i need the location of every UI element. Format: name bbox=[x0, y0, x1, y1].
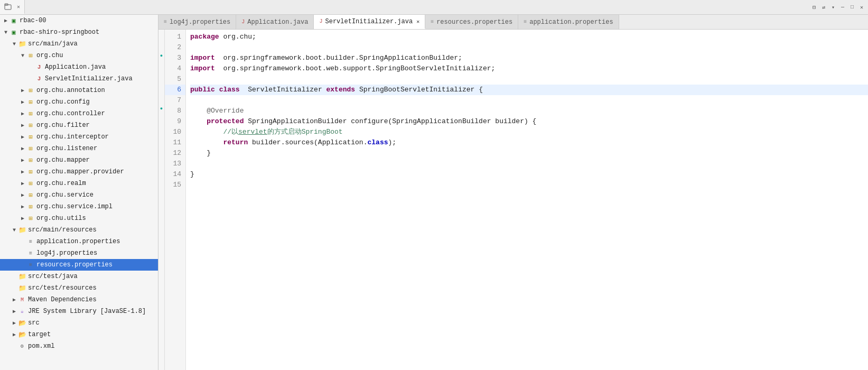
srcfolder-icon: 📁 bbox=[18, 272, 26, 281]
tree-item-orgchucontroller[interactable]: ▶ ⊞ org.chu.controller bbox=[0, 108, 158, 119]
tree-item-orgchuserviceimpl[interactable]: ▶ ⊞ org.chu.service.impl bbox=[0, 201, 158, 212]
view-menu-button[interactable]: ▾ bbox=[829, 3, 837, 12]
tree-item-application[interactable]: J Application.java bbox=[0, 61, 158, 73]
tab-close-button[interactable]: ✕ bbox=[416, 18, 419, 25]
tree-item-label: org.chu.mapper bbox=[36, 156, 90, 164]
tree-item-label: org.chu.realm bbox=[36, 180, 86, 187]
tree-item-resourcesprops[interactable]: ≡ resources.properties bbox=[0, 259, 158, 271]
tab-icon: ≡ bbox=[164, 19, 167, 25]
package-explorer-icon bbox=[4, 3, 12, 11]
minimize-button[interactable]: — bbox=[838, 3, 847, 12]
package-explorer-tree: ▶ ▣ rbac-00 ▼ ▣ rbac-shiro-springboot ▼ … bbox=[0, 15, 158, 370]
line-numbers: 123456789101112131415 bbox=[165, 30, 186, 370]
maven-icon: M bbox=[18, 295, 26, 304]
tree-arrow: ▶ bbox=[19, 99, 26, 105]
tree-item-label: rbac-shiro-springboot bbox=[20, 29, 99, 36]
line-number-14: 14 bbox=[165, 169, 185, 180]
tree-item-mavendeps[interactable]: ▶ M Maven Dependencies bbox=[0, 294, 158, 306]
code-line-14: } bbox=[190, 169, 868, 180]
tree-item-label: org.chu.controller bbox=[36, 110, 105, 117]
tree-item-label: src/main/resources bbox=[28, 226, 97, 234]
package-icon: ⊞ bbox=[26, 214, 35, 223]
tree-item-label: org.chu.listener bbox=[36, 145, 97, 152]
tree-arrow: ▶ bbox=[19, 157, 26, 163]
tree-item-src[interactable]: ▶ 📂 src bbox=[0, 317, 158, 329]
tab-servletinitializer[interactable]: J ServletInitializer.java ✕ bbox=[314, 15, 425, 29]
tree-item-log4jprops[interactable]: ≡ log4j.properties bbox=[0, 247, 158, 259]
tree-item-pomxml[interactable]: ⚙ pom.xml bbox=[0, 340, 158, 352]
tree-item-orgchurealm[interactable]: ▶ ⊞ org.chu.realm bbox=[0, 178, 158, 189]
tree-item-orgchulistener[interactable]: ▶ ⊞ org.chu.listener bbox=[0, 143, 158, 154]
tree-item-orgchufilter[interactable]: ▶ ⊞ org.chu.filter bbox=[0, 119, 158, 131]
srcfolder-icon: 📁 bbox=[18, 284, 26, 292]
tree-item-orgchuutils[interactable]: ▶ ⊞ org.chu.utils bbox=[0, 212, 158, 224]
tree-item-rbac00[interactable]: ▶ ▣ rbac-00 bbox=[0, 15, 158, 26]
tree-item-label: src/test/resources bbox=[28, 284, 97, 292]
properties-icon: ≡ bbox=[26, 237, 35, 246]
tree-item-servletinitializer[interactable]: J ServletInitializer.java bbox=[0, 73, 158, 85]
package-explorer-title: ✕ bbox=[0, 0, 25, 14]
tree-arrow: ▶ bbox=[19, 215, 26, 221]
tree-item-orgchumapperprovider[interactable]: ▶ ⊞ org.chu.mapper.provider bbox=[0, 166, 158, 178]
srcfolder-icon: 📁 bbox=[18, 40, 26, 48]
tab-appprops[interactable]: ≡ application.properties bbox=[518, 15, 619, 29]
properties-icon: ≡ bbox=[26, 261, 35, 269]
tree-item-rbac-shiro[interactable]: ▼ ▣ rbac-shiro-springboot bbox=[0, 26, 158, 38]
tab-resources[interactable]: ≡ resources.properties bbox=[425, 15, 518, 29]
package-icon: ⊞ bbox=[26, 202, 35, 211]
gutter-line-11 bbox=[158, 135, 164, 146]
tree-item-orgchuservice[interactable]: ▶ ⊞ org.chu.service bbox=[0, 189, 158, 201]
tree-item-orgchuconfig[interactable]: ▶ ⊞ org.chu.config bbox=[0, 96, 158, 108]
tree-item-label: Application.java bbox=[45, 63, 106, 71]
maximize-button[interactable]: □ bbox=[848, 3, 856, 12]
tree-item-orgchuinterceptor[interactable]: ▶ ⊞ org.chu.interceptor bbox=[0, 131, 158, 143]
code-line-5 bbox=[190, 74, 868, 85]
collapse-all-button[interactable]: ⊟ bbox=[810, 3, 818, 12]
tree-item-appprops[interactable]: ≡ application.properties bbox=[0, 236, 158, 247]
tree-item-label: src/test/java bbox=[28, 273, 78, 280]
folder-icon: 📂 bbox=[18, 330, 26, 339]
tree-arrow: ▼ bbox=[11, 41, 18, 47]
line-number-12: 12 bbox=[165, 148, 185, 159]
gutter-line-12 bbox=[158, 146, 164, 156]
tree-arrow: ▶ bbox=[2, 17, 10, 24]
gutter-line-7 bbox=[158, 93, 164, 104]
tab-label: Application.java bbox=[247, 18, 308, 26]
tree-item-srctestjava[interactable]: 📁 src/test/java bbox=[0, 271, 158, 282]
code-editor[interactable]: ●● 123456789101112131415 package org.chu… bbox=[158, 30, 868, 370]
package-icon: ⊞ bbox=[26, 133, 35, 141]
tree-item-orgchumapper[interactable]: ▶ ⊞ org.chu.mapper bbox=[0, 154, 158, 166]
link-with-editor-button[interactable]: ⇄ bbox=[819, 3, 828, 12]
tab-application[interactable]: J Application.java bbox=[236, 15, 314, 29]
line-number-2: 2 bbox=[165, 42, 185, 53]
tree-arrow: ▶ bbox=[19, 122, 26, 128]
srcfolder-icon: 📁 bbox=[18, 226, 26, 234]
tree-arrow: ▶ bbox=[19, 169, 26, 175]
tree-item-label: target bbox=[28, 331, 51, 338]
gutter-line-9 bbox=[158, 114, 164, 125]
code-line-13 bbox=[190, 159, 868, 169]
tree-item-orgchuannotation[interactable]: ▶ ⊞ org.chu.annotation bbox=[0, 85, 158, 96]
gutter-line-15 bbox=[158, 178, 164, 188]
line-number-5: 5 bbox=[165, 74, 185, 85]
pom-icon: ⚙ bbox=[18, 342, 26, 350]
line-number-7: 7 bbox=[165, 95, 185, 106]
main-layout: ▶ ▣ rbac-00 ▼ ▣ rbac-shiro-springboot ▼ … bbox=[0, 15, 868, 370]
gutter-line-4 bbox=[158, 61, 164, 72]
tree-item-srctestresources[interactable]: 📁 src/test/resources bbox=[0, 282, 158, 294]
tree-item-target[interactable]: ▶ 📂 target bbox=[0, 329, 158, 340]
panel-title-close: ✕ bbox=[17, 4, 20, 10]
tree-arrow: ▶ bbox=[19, 134, 26, 140]
close-button[interactable]: ✕ bbox=[857, 3, 866, 12]
tab-label: log4j.properties bbox=[170, 18, 230, 26]
tree-item-srcmainjava[interactable]: ▼ 📁 src/main/java bbox=[0, 38, 158, 50]
tab-icon: J bbox=[241, 19, 245, 25]
tab-label: resources.properties bbox=[436, 18, 512, 26]
tree-item-orgchu[interactable]: ▼ ⊞ org.chu bbox=[0, 50, 158, 61]
tab-log4j[interactable]: ≡ log4j.properties bbox=[158, 15, 236, 29]
panel-action-buttons: ⊟ ⇄ ▾ — □ ✕ bbox=[808, 0, 868, 14]
tree-item-label: org.chu.mapper.provider bbox=[36, 168, 124, 175]
gutter-line-1 bbox=[158, 30, 164, 40]
tree-item-jresystem[interactable]: ▶ ☕ JRE System Library [JavaSE-1.8] bbox=[0, 306, 158, 317]
tree-item-srcmainresources[interactable]: ▼ 📁 src/main/resources bbox=[0, 224, 158, 236]
